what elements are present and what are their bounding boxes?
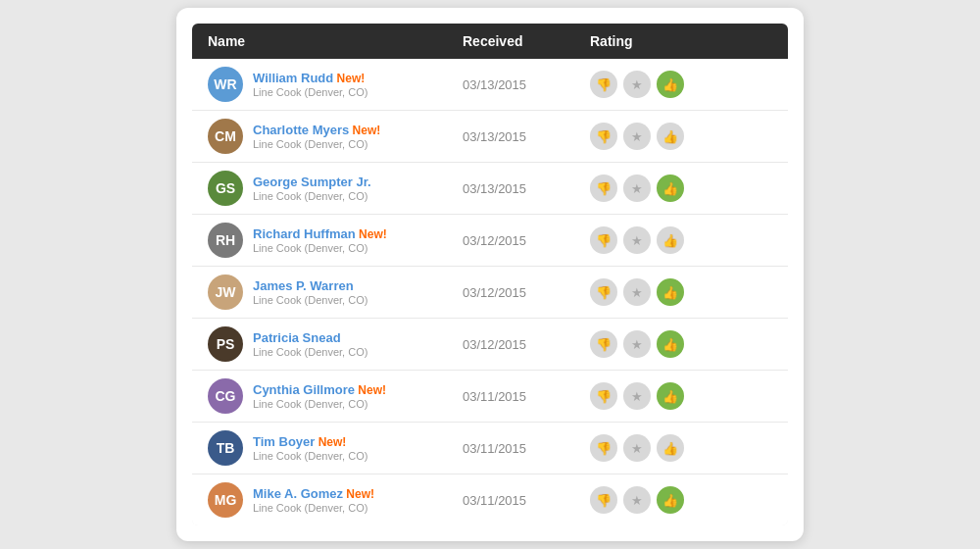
person-subtitle: Line Cook (Denver, CO) <box>253 294 368 306</box>
thumb-down-button[interactable]: 👎 <box>590 175 617 202</box>
main-card: Name Received Rating WRWilliam Rudd New!… <box>176 8 804 541</box>
table-row: WRWilliam Rudd New!Line Cook (Denver, CO… <box>192 59 788 111</box>
table-row: MGMike A. Gomez New!Line Cook (Denver, C… <box>192 474 788 525</box>
avatar: PS <box>208 326 243 362</box>
new-badge: New! <box>349 124 380 137</box>
received-date: 03/13/2015 <box>463 129 590 144</box>
neutral-button[interactable]: ★ <box>623 486 651 514</box>
neutral-button[interactable]: ★ <box>623 123 651 150</box>
avatar: MG <box>208 482 243 518</box>
person-name[interactable]: William Rudd New! <box>253 71 368 87</box>
person-subtitle: Line Cook (Denver, CO) <box>253 86 368 98</box>
person-name[interactable]: James P. Warren <box>253 278 368 295</box>
name-cell: RHRichard Huffman New!Line Cook (Denver,… <box>208 223 463 258</box>
name-cell: TBTim Boyer New!Line Cook (Denver, CO) <box>208 430 463 466</box>
person-subtitle: Line Cook (Denver, CO) <box>253 190 371 202</box>
thumb-down-button[interactable]: 👎 <box>590 330 617 358</box>
avatar: TB <box>208 430 243 466</box>
name-cell: GSGeorge Sumpter Jr.Line Cook (Denver, C… <box>208 171 463 206</box>
neutral-button[interactable]: ★ <box>623 278 651 306</box>
new-badge: New! <box>333 72 365 85</box>
avatar: GS <box>208 171 243 206</box>
table-row: TBTim Boyer New!Line Cook (Denver, CO)03… <box>192 423 788 474</box>
table-body: WRWilliam Rudd New!Line Cook (Denver, CO… <box>192 59 788 525</box>
neutral-button[interactable]: ★ <box>623 330 651 358</box>
received-date: 03/13/2015 <box>463 77 590 92</box>
received-date: 03/11/2015 <box>463 441 590 456</box>
new-badge: New! <box>315 435 346 449</box>
name-cell: WRWilliam Rudd New!Line Cook (Denver, CO… <box>208 67 463 102</box>
received-date: 03/11/2015 <box>463 389 590 404</box>
person-name[interactable]: Patricia Snead <box>253 330 368 347</box>
person-subtitle: Line Cook (Denver, CO) <box>253 346 368 358</box>
received-date: 03/11/2015 <box>463 493 590 508</box>
thumb-up-button[interactable]: 👍 <box>657 278 684 306</box>
header-received: Received <box>463 33 590 49</box>
rating-cell: 👎★👍 <box>590 486 772 514</box>
avatar: WR <box>208 67 243 102</box>
thumb-down-button[interactable]: 👎 <box>590 486 617 514</box>
thumb-up-button[interactable]: 👍 <box>657 382 684 410</box>
thumb-down-button[interactable]: 👎 <box>590 278 617 306</box>
table-row: JWJames P. WarrenLine Cook (Denver, CO)0… <box>192 267 788 319</box>
rating-cell: 👎★👍 <box>590 175 772 202</box>
avatar: JW <box>208 274 243 310</box>
thumb-down-button[interactable]: 👎 <box>590 226 617 254</box>
thumb-up-button[interactable]: 👍 <box>657 330 684 358</box>
name-cell: PSPatricia SneadLine Cook (Denver, CO) <box>208 326 463 362</box>
rating-cell: 👎★👍 <box>590 434 772 462</box>
thumb-down-button[interactable]: 👎 <box>590 434 617 462</box>
table-row: GSGeorge Sumpter Jr.Line Cook (Denver, C… <box>192 163 788 215</box>
name-cell: CMCharlotte Myers New!Line Cook (Denver,… <box>208 119 463 154</box>
rating-cell: 👎★👍 <box>590 226 772 254</box>
received-date: 03/13/2015 <box>463 181 590 196</box>
person-name[interactable]: Richard Huffman New! <box>253 226 387 243</box>
person-name[interactable]: George Sumpter Jr. <box>253 175 371 191</box>
thumb-up-button[interactable]: 👍 <box>657 123 684 150</box>
table-row: PSPatricia SneadLine Cook (Denver, CO)03… <box>192 319 788 371</box>
person-name[interactable]: Tim Boyer New! <box>253 434 368 451</box>
person-subtitle: Line Cook (Denver, CO) <box>253 502 374 514</box>
table-row: RHRichard Huffman New!Line Cook (Denver,… <box>192 215 788 267</box>
person-subtitle: Line Cook (Denver, CO) <box>253 450 368 462</box>
person-subtitle: Line Cook (Denver, CO) <box>253 398 386 410</box>
header-name: Name <box>208 33 463 49</box>
received-date: 03/12/2015 <box>463 337 590 352</box>
person-name[interactable]: Charlotte Myers New! <box>253 123 380 139</box>
avatar: CG <box>208 378 243 414</box>
thumb-up-button[interactable]: 👍 <box>657 175 684 202</box>
neutral-button[interactable]: ★ <box>623 175 651 202</box>
thumb-up-button[interactable]: 👍 <box>657 226 684 254</box>
rating-cell: 👎★👍 <box>590 330 772 358</box>
rating-cell: 👎★👍 <box>590 278 772 306</box>
new-badge: New! <box>356 227 387 241</box>
name-cell: CGCynthia Gillmore New!Line Cook (Denver… <box>208 378 463 414</box>
neutral-button[interactable]: ★ <box>623 434 651 462</box>
header-rating: Rating <box>590 33 772 49</box>
name-cell: JWJames P. WarrenLine Cook (Denver, CO) <box>208 274 463 310</box>
person-subtitle: Line Cook (Denver, CO) <box>253 138 380 150</box>
rating-cell: 👎★👍 <box>590 382 772 410</box>
table-container: Name Received Rating WRWilliam Rudd New!… <box>192 24 788 525</box>
thumb-up-button[interactable]: 👍 <box>657 434 684 462</box>
thumb-down-button[interactable]: 👎 <box>590 382 617 410</box>
thumb-down-button[interactable]: 👎 <box>590 71 617 98</box>
thumb-up-button[interactable]: 👍 <box>657 486 684 514</box>
person-subtitle: Line Cook (Denver, CO) <box>253 242 387 254</box>
neutral-button[interactable]: ★ <box>623 382 651 410</box>
neutral-button[interactable]: ★ <box>623 71 651 98</box>
avatar: CM <box>208 119 243 154</box>
new-badge: New! <box>343 487 374 501</box>
neutral-button[interactable]: ★ <box>623 226 651 254</box>
rating-cell: 👎★👍 <box>590 71 772 98</box>
table-row: CMCharlotte Myers New!Line Cook (Denver,… <box>192 111 788 163</box>
person-name[interactable]: Cynthia Gillmore New! <box>253 382 386 399</box>
rating-cell: 👎★👍 <box>590 123 772 150</box>
table-header: Name Received Rating <box>192 24 788 59</box>
table-row: CGCynthia Gillmore New!Line Cook (Denver… <box>192 371 788 423</box>
avatar: RH <box>208 223 243 258</box>
thumb-up-button[interactable]: 👍 <box>657 71 684 98</box>
thumb-down-button[interactable]: 👎 <box>590 123 617 150</box>
received-date: 03/12/2015 <box>463 285 590 300</box>
person-name[interactable]: Mike A. Gomez New! <box>253 486 374 503</box>
